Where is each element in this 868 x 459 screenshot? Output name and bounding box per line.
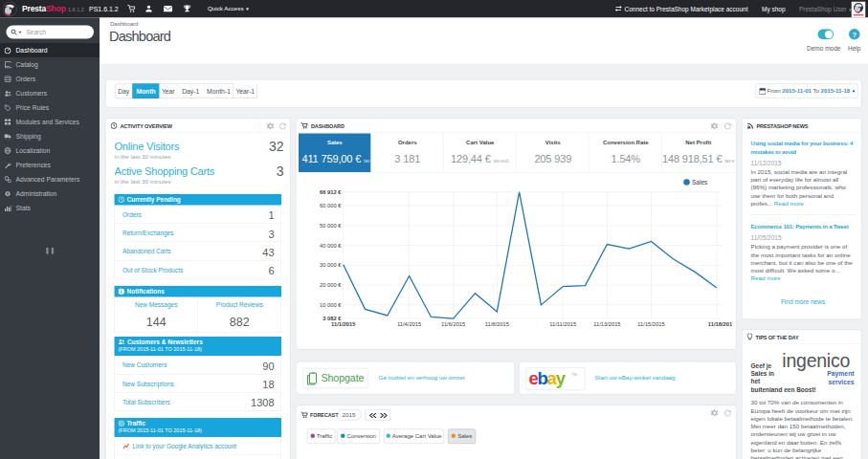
svg-text:60 000 €: 60 000 €: [320, 203, 342, 208]
svg-text:11/11/2015: 11/11/2015: [549, 321, 576, 327]
svg-text:11/15/2015: 11/15/2015: [637, 321, 664, 327]
svg-text:Sales: Sales: [692, 179, 708, 186]
svg-text:30 000 €: 30 000 €: [320, 262, 342, 268]
svg-text:11/8/2015: 11/8/2015: [485, 321, 509, 327]
svg-text:10 000 €: 10 000 €: [320, 302, 342, 308]
svg-text:11/4/2015: 11/4/2015: [397, 321, 421, 327]
svg-text:50 000 €: 50 000 €: [320, 223, 342, 229]
svg-text:40 000 €: 40 000 €: [320, 243, 342, 249]
svg-text:11/18/201: 11/18/201: [708, 321, 733, 327]
svg-text:11/6/2015: 11/6/2015: [441, 321, 465, 327]
svg-text:66 912 €: 66 912 €: [320, 189, 342, 195]
svg-text:11/1/2015: 11/1/2015: [331, 321, 356, 327]
svg-text:11/13/2015: 11/13/2015: [593, 321, 620, 327]
svg-text:20 000 €: 20 000 €: [320, 282, 342, 288]
